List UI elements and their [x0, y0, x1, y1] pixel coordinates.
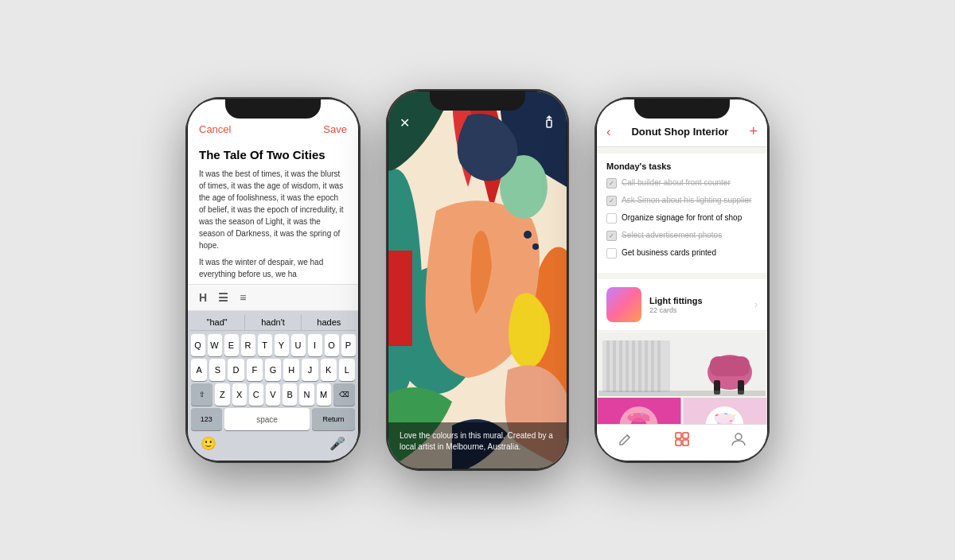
save-button[interactable]: Save — [323, 123, 347, 135]
svg-rect-0 — [547, 120, 552, 127]
key-k[interactable]: K — [321, 359, 337, 381]
delete-key[interactable]: ⌫ — [333, 383, 355, 406]
svg-rect-40 — [676, 433, 681, 438]
key-t[interactable]: T — [258, 334, 272, 356]
grid-nav-icon[interactable] — [674, 431, 690, 451]
svg-point-44 — [735, 434, 742, 440]
phone-2: ✕ — [386, 89, 569, 471]
task-item-5: Get business cards printed — [606, 247, 758, 260]
svg-rect-16 — [645, 340, 648, 392]
task-checkbox-2[interactable] — [606, 196, 617, 206]
mic-icon[interactable]: 🎤 — [329, 436, 345, 451]
task-checkbox-5[interactable] — [606, 248, 617, 259]
keyboard-row-4: 123 space Return — [191, 408, 355, 430]
bottom-nav — [597, 424, 767, 461]
notch-3 — [634, 99, 730, 119]
cancel-button[interactable]: Cancel — [199, 123, 231, 135]
photo-grid — [597, 332, 767, 424]
svg-rect-11 — [613, 340, 616, 392]
notch-2 — [430, 91, 525, 111]
note-body-2: It was the winter of despair, we had eve… — [199, 256, 347, 280]
key-x[interactable]: X — [232, 383, 247, 406]
task-checkbox-4[interactable] — [606, 231, 617, 241]
note-body-1: It was the best of times, it was the blu… — [199, 168, 347, 251]
notes-app: Cancel Save The Tale Of Two Cities It wa… — [188, 99, 358, 461]
edit-nav-icon[interactable] — [618, 431, 633, 451]
key-d[interactable]: D — [228, 359, 244, 381]
photo-cell-wide[interactable] — [597, 332, 767, 396]
key-y[interactable]: Y — [275, 334, 289, 356]
svg-rect-17 — [651, 340, 654, 392]
card-item[interactable]: Light fittings 22 cards › — [597, 279, 767, 331]
key-v[interactable]: V — [266, 383, 280, 406]
svg-rect-43 — [683, 440, 688, 445]
svg-rect-23 — [598, 391, 766, 396]
photo-cell-donut2[interactable] — [683, 398, 767, 424]
back-button[interactable]: ‹ — [606, 125, 610, 139]
key-n[interactable]: N — [299, 383, 314, 406]
key-z[interactable]: Z — [215, 383, 229, 406]
key-c[interactable]: C — [249, 383, 263, 406]
svg-rect-22 — [710, 356, 750, 376]
svg-point-27 — [628, 413, 650, 422]
suggestion-2[interactable]: hadn't — [245, 314, 301, 330]
key-j[interactable]: J — [302, 359, 318, 381]
heading-icon[interactable]: H — [199, 291, 207, 304]
svg-rect-13 — [626, 340, 629, 392]
key-i[interactable]: I — [308, 334, 322, 356]
key-g[interactable]: G — [265, 359, 281, 381]
key-m[interactable]: M — [317, 383, 331, 406]
notch-1 — [225, 99, 321, 119]
emoji-icon[interactable]: 🙂 — [201, 436, 216, 451]
svg-rect-12 — [619, 340, 622, 392]
return-key[interactable]: Return — [312, 408, 355, 430]
close-icon[interactable]: ✕ — [400, 115, 410, 133]
key-e[interactable]: E — [224, 334, 239, 356]
image-caption: Love the colours in this mural. Created … — [388, 422, 567, 469]
task-text-4: Select advertisement photos — [622, 230, 722, 241]
task-text-3: Organize signage for front of shop — [622, 212, 742, 224]
key-a[interactable]: A — [191, 359, 207, 381]
bullet-list-icon[interactable]: ☰ — [218, 291, 228, 304]
key-o[interactable]: O — [325, 334, 339, 356]
key-h[interactable]: H — [283, 359, 299, 381]
white-donut-photo — [683, 398, 767, 424]
photo-cell-donut1[interactable] — [597, 398, 681, 424]
key-b[interactable]: B — [283, 383, 297, 406]
card-info: Light fittings 22 cards — [649, 296, 746, 314]
keyboard-row-2: A S D F G H J K L — [191, 359, 355, 381]
suggestion-1[interactable]: "had" — [189, 314, 245, 330]
add-button[interactable]: + — [749, 123, 758, 140]
svg-rect-4 — [388, 251, 412, 346]
phone-1: Cancel Save The Tale Of Two Cities It wa… — [185, 97, 361, 463]
task-checkbox-1[interactable] — [606, 178, 617, 189]
image-viewer: ✕ — [388, 91, 567, 469]
task-text-5: Get business cards printed — [622, 247, 716, 259]
key-r[interactable]: R — [241, 334, 255, 356]
keyboard: "had" hadn't hades Q W E R T Y U — [188, 311, 358, 461]
card-count: 22 cards — [649, 306, 746, 314]
share-icon[interactable] — [543, 115, 555, 133]
phone-1-screen: Cancel Save The Tale Of Two Cities It wa… — [188, 99, 358, 461]
key-q[interactable]: Q — [191, 334, 205, 356]
key-p[interactable]: P — [341, 334, 356, 356]
key-s[interactable]: S — [209, 359, 225, 381]
key-l[interactable]: L — [339, 359, 355, 381]
task-checkbox-3[interactable] — [606, 213, 617, 224]
space-key[interactable]: space — [224, 408, 310, 430]
task-item-2: Ask Simon about his lighting supplier — [606, 195, 758, 208]
phone-2-screen: ✕ — [388, 91, 567, 469]
notes-format-toolbar: H ☰ ≡ — [188, 284, 358, 311]
shift-key[interactable]: ⇧ — [191, 383, 212, 406]
num-key[interactable]: 123 — [191, 408, 222, 430]
task-item-4: Select advertisement photos — [606, 230, 758, 243]
radiator-photo — [597, 332, 767, 396]
suggestion-3[interactable]: hades — [302, 314, 357, 330]
key-w[interactable]: W — [208, 334, 222, 356]
key-u[interactable]: U — [291, 334, 306, 356]
profile-nav-icon[interactable] — [731, 431, 746, 451]
task-item-3: Organize signage for front of shop — [606, 212, 758, 225]
key-f[interactable]: F — [247, 359, 263, 381]
numbered-list-icon[interactable]: ≡ — [240, 291, 246, 304]
card-name: Light fittings — [649, 296, 746, 305]
